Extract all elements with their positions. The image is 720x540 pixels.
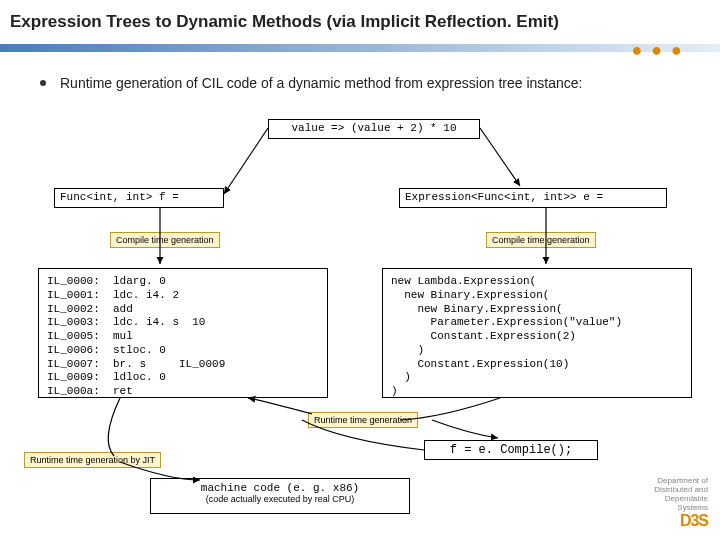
lambda-expression-box: value => (value + 2) * 10 (268, 119, 480, 139)
svg-line-0 (224, 128, 268, 194)
footer-logo: Department of Distributed and Dependable… (654, 477, 708, 530)
logo-brand: D3S (654, 512, 708, 530)
logo-line4: Systems (654, 504, 708, 513)
machine-code-line2: (code actually executed by real CPU) (155, 494, 405, 504)
machine-code-line1: machine code (e. g. x86) (155, 482, 405, 494)
slide-title: Expression Trees to Dynamic Methods (via… (0, 0, 720, 38)
compile-time-badge-right: Compile time generation (486, 232, 596, 248)
compile-statement-box: f = e. Compile(); (424, 440, 598, 460)
expression-tree-code-box: new Lambda.Expression( new Binary.Expres… (382, 268, 692, 398)
il-code-box: IL_0000: ldarg. 0 IL_0001: ldc. i4. 2 IL… (38, 268, 328, 398)
bullet-item: Runtime generation of CIL code of a dyna… (40, 74, 700, 93)
func-declaration-box: Func<int, int> f = (54, 188, 224, 208)
runtime-badge: Runtime time generation (308, 412, 418, 428)
divider-bar: ● ● ● (0, 38, 720, 60)
accent-dots: ● ● ● (631, 40, 684, 61)
runtime-jit-badge: Runtime time generation by JIT (24, 452, 161, 468)
bullet-text: Runtime generation of CIL code of a dyna… (60, 74, 582, 93)
bullet-dot-icon (40, 80, 46, 86)
compile-time-badge-left: Compile time generation (110, 232, 220, 248)
machine-code-box: machine code (e. g. x86) (code actually … (150, 478, 410, 514)
svg-line-1 (480, 128, 520, 186)
gradient-rule (0, 44, 720, 52)
expression-declaration-box: Expression<Func<int, int>> e = (399, 188, 667, 208)
